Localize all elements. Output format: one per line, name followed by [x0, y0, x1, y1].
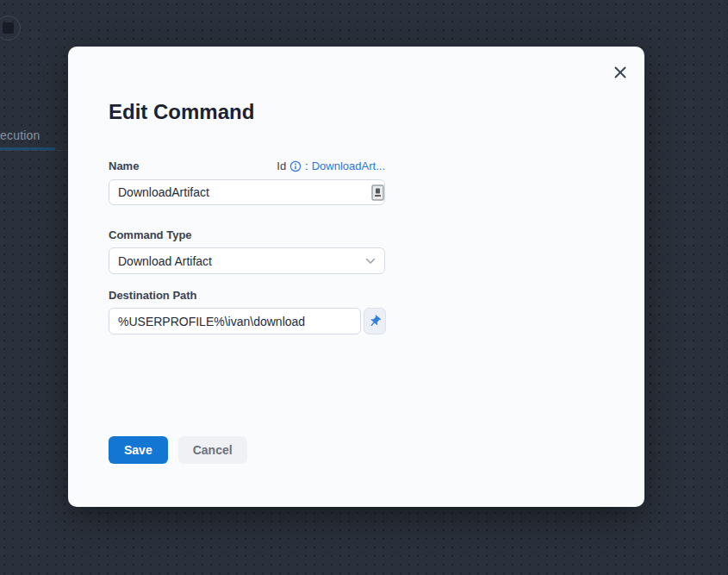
chevron-down-icon [365, 258, 376, 265]
modal-footer: Save Cancel [109, 436, 247, 464]
save-button[interactable]: Save [109, 436, 168, 464]
command-type-value: Download Artifact [118, 254, 212, 268]
tab-execution[interactable]: ecution [0, 128, 40, 142]
destination-path-input[interactable] [109, 308, 361, 334]
modal-title: Edit Command [109, 100, 254, 124]
edit-command-modal: Edit Command Name Id : DownloadArt... Co… [68, 47, 644, 507]
autofill-icon[interactable] [371, 184, 384, 201]
tab-bar-divider [0, 150, 68, 151]
info-icon[interactable] [289, 160, 302, 172]
pin-button[interactable] [364, 308, 386, 334]
name-input[interactable] [109, 179, 385, 205]
stop-icon [3, 22, 14, 34]
destination-path-label: Destination Path [109, 289, 197, 302]
close-button[interactable] [606, 58, 635, 87]
name-field-header: Name Id : DownloadArt... [109, 159, 385, 172]
close-icon [613, 66, 627, 79]
command-type-label: Command Type [109, 228, 192, 241]
name-label: Name [109, 159, 139, 172]
id-group: Id : DownloadArt... [277, 159, 385, 172]
id-label: Id [277, 159, 286, 172]
pushpin-icon [365, 311, 385, 331]
cancel-button[interactable]: Cancel [178, 436, 247, 464]
id-value-link[interactable]: DownloadArt... [312, 159, 385, 172]
stop-button[interactable] [0, 16, 21, 41]
id-colon: : [305, 159, 308, 172]
command-type-select[interactable]: Download Artifact [109, 247, 385, 274]
